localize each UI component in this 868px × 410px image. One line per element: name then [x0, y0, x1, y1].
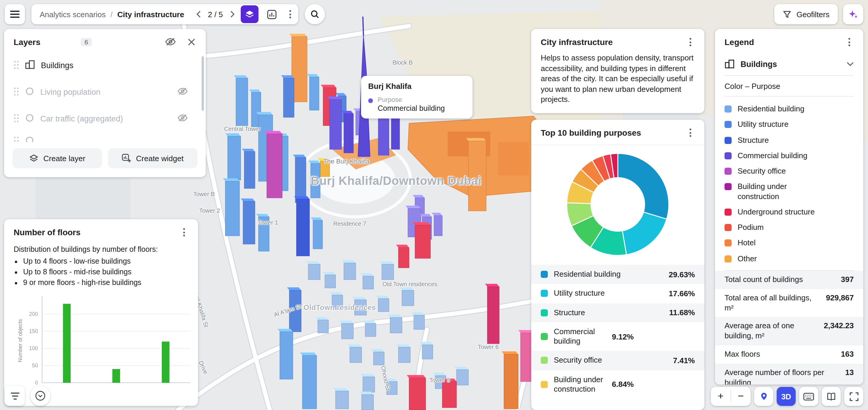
- layer-row[interactable]: Car traffic (aggregated): [4, 105, 206, 132]
- svg-text:Number of objects: Number of objects: [17, 319, 23, 363]
- layers-panel: Layers 6 BuildingsLiving populationCar t…: [4, 29, 206, 177]
- collapse-panels-button[interactable]: [30, 386, 51, 406]
- layer-type-icon: [25, 87, 34, 98]
- legend-item-label: Security office: [738, 167, 828, 176]
- chevron-right-icon: [230, 11, 235, 18]
- create-layer-button[interactable]: Create layer: [12, 148, 102, 168]
- legend-item: Structure: [724, 132, 854, 148]
- scenario-menu-button[interactable]: [286, 8, 295, 20]
- infra-panel-menu-button[interactable]: [686, 36, 695, 48]
- close-icon: [188, 38, 195, 45]
- widgets-toggle-button[interactable]: [263, 5, 281, 23]
- basemap-button[interactable]: [822, 387, 841, 406]
- map-building: [277, 329, 293, 379]
- layers-toggle-button[interactable]: [241, 5, 258, 23]
- layer-label: Car traffic (aggregated): [40, 114, 172, 123]
- layers-scrollbar[interactable]: [202, 56, 204, 111]
- legend-item-label: Commercial building: [738, 151, 828, 161]
- purpose-row[interactable]: Residential building29.63%: [531, 265, 704, 284]
- create-layer-label: Create layer: [43, 154, 85, 163]
- fullscreen-icon: [849, 392, 858, 401]
- breadcrumb-bar: Analytics scenarios / City infrastructur…: [31, 4, 298, 24]
- breadcrumb-parent[interactable]: Analytics scenarios: [40, 10, 106, 19]
- legend-item: Security office: [724, 164, 854, 179]
- legend-item-label: Structure: [738, 135, 828, 145]
- filters-button[interactable]: [5, 386, 25, 406]
- purpose-row[interactable]: Building under construction6.84%: [531, 370, 704, 399]
- drag-handle-icon[interactable]: [13, 60, 19, 71]
- purposes-panel-title: Top 10 building purposes: [541, 128, 681, 137]
- search-button[interactable]: [305, 4, 325, 24]
- purpose-row[interactable]: Commercial building9.12%: [531, 322, 704, 351]
- next-page-button[interactable]: [229, 9, 236, 19]
- layers-count-badge: 6: [81, 38, 92, 46]
- legend-stat-row: Total area of all buildings, m²929,867: [715, 289, 863, 317]
- ai-assistant-button[interactable]: [843, 4, 863, 24]
- legend-item: Hotel: [724, 236, 854, 251]
- floors-bullet: Up to 4 floors - low-rise buildings: [23, 256, 189, 267]
- locate-button[interactable]: [754, 387, 773, 406]
- floors-bar-chart: 050100150200Number of objects: [15, 294, 194, 389]
- legend-item: Building under construction: [724, 179, 854, 204]
- legend-swatch: [724, 224, 732, 231]
- zoom-in-button[interactable]: +: [711, 387, 731, 406]
- hide-all-layers-button[interactable]: [164, 36, 177, 47]
- legend-attribute-label: Color – Purpose: [724, 76, 854, 97]
- bar[interactable]: [112, 369, 120, 383]
- purposes-panel-menu-button[interactable]: [686, 127, 695, 139]
- layer-type-icon: [25, 113, 34, 125]
- tooltip-field-label: Purpose: [378, 96, 445, 103]
- purpose-swatch: [541, 271, 548, 278]
- purpose-row[interactable]: Utility structure17.66%: [531, 284, 704, 303]
- legend-layer-selector[interactable]: Buildings: [724, 53, 854, 76]
- stat-value: 13: [845, 368, 854, 377]
- donut-hole: [591, 177, 645, 232]
- layer-row[interactable]: Living population: [4, 79, 206, 105]
- main-menu-button[interactable]: [5, 4, 25, 24]
- legend-swatch: [724, 240, 732, 247]
- legend-panel-title: Legend: [724, 37, 840, 47]
- purpose-label: Commercial building: [554, 327, 606, 346]
- purpose-percent: 11.68%: [669, 308, 695, 317]
- buildings-icon: [724, 59, 735, 69]
- mode-3d-button[interactable]: 3D: [777, 387, 796, 406]
- legend-panel-menu-button[interactable]: [845, 36, 854, 48]
- geofilters-button[interactable]: Geofilters: [775, 4, 838, 24]
- fullscreen-button[interactable]: [844, 387, 863, 406]
- drag-handle-icon[interactable]: [13, 87, 19, 98]
- floors-bullet-list: Up to 4 floors - low-rise buildingsUp to…: [13, 256, 189, 288]
- keyboard-shortcuts-button[interactable]: [799, 387, 818, 406]
- chart-widget-icon: [267, 9, 277, 19]
- tooltip-field-value: Commercial building: [378, 104, 445, 112]
- legend-panel: Legend Buildings Color – Purpose Residen…: [715, 29, 863, 384]
- purpose-swatch: [541, 381, 548, 388]
- topbar-left: Analytics scenarios / City infrastructur…: [5, 4, 325, 24]
- create-widget-button[interactable]: Create widget: [108, 148, 197, 168]
- floors-bullet: Up to 8 floors - mid-rise buildings: [23, 267, 189, 277]
- drag-handle-icon[interactable]: [13, 113, 19, 124]
- legend-stat-row: Average number of floors per building13: [715, 364, 863, 384]
- legend-item: Podium: [724, 220, 854, 236]
- close-layers-panel-button[interactable]: [187, 37, 196, 46]
- app-root: Block BSS 18356Central TowerTower BTower…: [0, 0, 868, 410]
- prev-page-button[interactable]: [195, 9, 202, 19]
- layer-type-icon: [25, 136, 34, 142]
- eye-off-icon[interactable]: [177, 114, 188, 124]
- legend-layer-label: Buildings: [741, 60, 841, 68]
- layer-row[interactable]: Buildings: [4, 52, 206, 79]
- purpose-row[interactable]: Structure11.68%: [531, 303, 704, 322]
- zoom-out-button[interactable]: −: [731, 387, 751, 406]
- funnel-icon: [783, 10, 792, 19]
- svg-text:0: 0: [35, 380, 38, 386]
- purpose-row[interactable]: Security office7.41%: [531, 351, 704, 370]
- legend-item: Residential building: [724, 101, 854, 117]
- bar[interactable]: [63, 304, 70, 383]
- layer-label: Living population: [40, 88, 172, 97]
- breadcrumb-current: City infrastructure: [117, 10, 184, 19]
- floors-panel-menu-button[interactable]: [180, 226, 189, 238]
- open-book-icon: [827, 392, 836, 401]
- map-controls: + − 3D: [711, 387, 863, 406]
- bottom-left-controls: [5, 386, 51, 406]
- bar[interactable]: [162, 342, 169, 383]
- eye-off-icon[interactable]: [177, 87, 188, 97]
